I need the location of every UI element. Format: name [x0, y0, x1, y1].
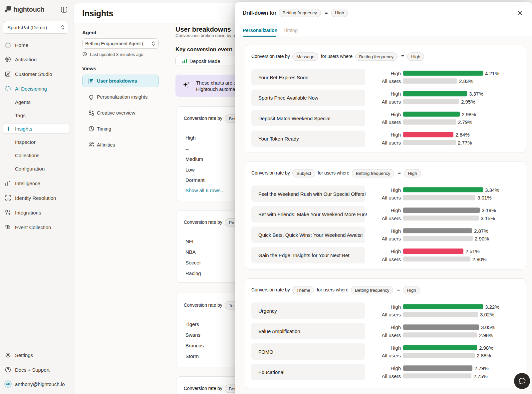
- svg-text:AC: AC: [6, 382, 10, 386]
